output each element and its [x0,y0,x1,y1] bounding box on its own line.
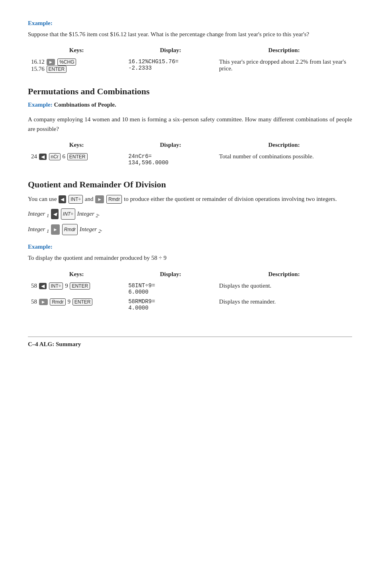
key-enter-2: ENTER [67,153,88,160]
section-2: Permutations and Combinations Example: C… [28,86,352,167]
key-left-arrow-2: ◀ [39,154,47,160]
keys-cell-3b: 58 ► Rmdr 9 ENTER [28,297,125,313]
section3-paragraph: You can use ◀ INT÷ and ► Rmdr to produce… [28,195,352,204]
keys-cell-1: 16.12 ► %CHG 15.76 ENTER [28,57,125,74]
footer: C–4 ALG: Summary [28,337,352,348]
desc-cell-2: Total number of combinations possible. [216,152,352,167]
key-rmdr: Rmdr [106,195,122,204]
key-left-arrow-f1: ◀ [51,209,59,219]
col-header-display-1: Display: [125,45,216,57]
section-3: Quotient and Remainder Of Division You c… [28,179,352,313]
display-int-1: 58INT÷9= [128,282,213,289]
key-enter-3b: ENTER [72,298,93,306]
display-cell-2: 24nCr6= 134,596.0000 [125,152,216,167]
section3-example-paragraph: To display the quotient and remainder pr… [28,253,352,263]
display-ncr-2: 134,596.0000 [128,160,213,166]
formula1: Integer 1 ◀ INT÷ Integer 2. [28,208,352,221]
table-row: 24 ◀ nCr 6 ENTER 24nCr6= 134,596.0000 To… [28,152,352,167]
key-pctchg: %CHG [57,58,76,66]
example-label-3: Example: [28,243,352,250]
key-left-arrow-3a: ◀ [59,195,66,204]
display-int-2: 6.0000 [128,289,213,295]
section2-paragraph: A company employing 14 women and 10 men … [28,115,352,134]
table-row: 16.12 ► %CHG 15.76 ENTER 16.12%CHG15.76=… [28,57,352,74]
section-1: Example: Suppose that the $15.76 item co… [28,20,352,74]
key-rmdr-f2: Rmdr [62,224,78,235]
section3-table: Keys: Display: Description: 58 ◀ INT÷ 9 … [28,269,352,313]
col-header-desc-2: Description: [216,140,352,152]
example-label-2: Example: [28,101,53,108]
section1-paragraph: Suppose that the $15.76 item cost $16.12… [28,30,352,39]
key-rmdr-3: Rmdr [50,298,65,306]
key-left-arrow-3b: ◀ [39,283,47,289]
key-right-arrow-1: ► [47,59,55,65]
section2-example-block: Example: Combinations of People. [28,101,352,108]
section3-example-label-block: Example: [28,243,352,250]
table-row: 58 ◀ INT÷ 9 ENTER 58INT÷9= 6.0000 Displa… [28,281,352,297]
keys-cell-3a: 58 ◀ INT÷ 9 ENTER [28,281,125,297]
display-cell-3a: 58INT÷9= 6.0000 [125,281,216,297]
keys-cell-2: 24 ◀ nCr 6 ENTER [28,152,125,167]
col-header-display-3: Display: [125,269,216,281]
desc-cell-1: This year's price dropped about 2.2% fro… [216,57,352,74]
key-right-arrow-3a: ► [95,195,104,204]
display-line1: 16.12%CHG15.76= [128,58,213,65]
col-header-keys-2: Keys: [28,140,125,152]
key-ncr: nCr [49,153,61,160]
example-title-2: Combinations of People. [54,101,116,108]
table-row: 58 ► Rmdr 9 ENTER 58RMDR9= 4.0000 Displa… [28,297,352,313]
col-header-keys-1: Keys: [28,45,125,57]
section3-heading: Quotient and Remainder Of Division [28,179,352,190]
section2-heading: Permutations and Combinations [28,86,352,97]
desc-cell-3b: Displays the remainder. [216,297,352,313]
col-header-display-2: Display: [125,140,216,152]
key-intdiv-3: INT÷ [49,282,63,290]
col-header-keys-3: Keys: [28,269,125,281]
key-right-arrow-3b: ► [39,299,48,305]
key-enter-3a: ENTER [70,282,90,290]
key-intdiv: INT÷ [69,195,83,204]
display-line2: -2.2333 [128,65,213,71]
key-right-arrow-f2: ► [51,224,60,235]
example-label-1: Example: [28,20,352,27]
key-intdiv-f1: INT÷ [61,208,75,220]
desc-cell-3a: Displays the quotient. [216,281,352,297]
display-cell-1: 16.12%CHG15.76= -2.2333 [125,57,216,74]
display-cell-3b: 58RMDR9= 4.0000 [125,297,216,313]
key-enter-1: ENTER [47,66,67,73]
col-header-desc-3: Description: [216,269,352,281]
formula2: Integer 1 ► Rmdr Integer 2. [28,223,352,236]
display-rmdr-2: 4.0000 [128,305,213,311]
col-header-desc-1: Description: [216,45,352,57]
section2-table: Keys: Display: Description: 24 ◀ nCr 6 E… [28,140,352,167]
section1-table: Keys: Display: Description: 16.12 ► %CHG… [28,45,352,74]
footer-text: C–4 ALG: Summary [28,341,81,347]
display-ncr-1: 24nCr6= [128,153,213,160]
display-rmdr-1: 58RMDR9= [128,298,213,305]
